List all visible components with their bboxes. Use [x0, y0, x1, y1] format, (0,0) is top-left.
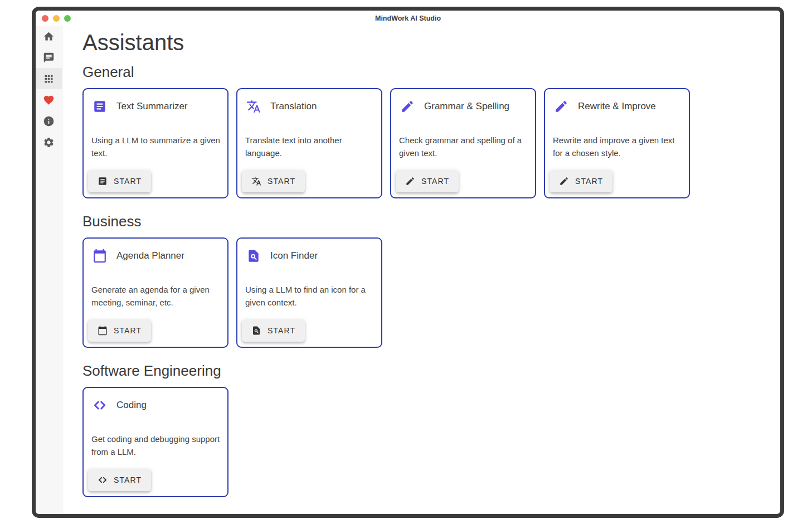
start-coding-button[interactable]: START [88, 469, 151, 491]
card-title: Grammar & Spelling [424, 101, 509, 112]
minimize-window-button[interactable] [53, 15, 60, 22]
assistant-card-text-summarizer: Text Summarizer Using a LLM to summarize… [82, 88, 228, 198]
card-description: Rewrite and improve a given text for a c… [553, 134, 682, 159]
document-search-icon [251, 326, 261, 336]
card-description: Using a LLM to find an icon for a given … [245, 283, 375, 309]
pencil-icon [559, 176, 569, 186]
section-title-software-engineering: Software Engineering [82, 362, 780, 379]
general-cards-row: Text Summarizer Using a LLM to summarize… [82, 88, 780, 198]
apps-grid-icon [43, 73, 55, 85]
start-button-label: START [268, 177, 295, 186]
start-text-summarizer-button[interactable]: START [88, 170, 151, 192]
gear-icon [43, 137, 55, 148]
card-description: Check grammar and spelling of a given te… [399, 134, 528, 159]
translate-icon [246, 99, 261, 114]
sidebar [36, 26, 62, 518]
card-title: Agenda Planner [116, 250, 184, 261]
card-title: Coding [116, 400, 147, 411]
document-search-icon [246, 249, 261, 263]
page-title: Assistants [82, 30, 780, 55]
start-button-label: START [575, 177, 603, 186]
assistant-card-agenda-planner: Agenda Planner Generate an agenda for a … [82, 237, 228, 348]
sidebar-item-settings[interactable] [36, 132, 62, 153]
pencil-icon [554, 99, 568, 114]
heart-icon [43, 94, 55, 106]
info-icon [43, 115, 55, 127]
pencil-icon [405, 176, 415, 186]
assistant-card-translation: Translation Translate text into another … [236, 88, 382, 198]
start-translation-button[interactable]: START [242, 170, 305, 192]
start-grammar-spelling-button[interactable]: START [396, 170, 459, 192]
close-window-button[interactable] [42, 15, 48, 22]
pencil-icon [400, 99, 415, 114]
card-description: Translate text into another language. [245, 134, 375, 159]
title-bar: MindWork AI Studio [36, 11, 780, 26]
home-icon [43, 31, 55, 42]
translate-icon [251, 176, 261, 186]
window-title: MindWork AI Studio [375, 14, 441, 22]
start-button-label: START [114, 475, 142, 484]
assistant-card-grammar-spelling: Grammar & Spelling Check grammar and spe… [390, 88, 536, 198]
start-button-label: START [114, 177, 142, 186]
card-title: Rewrite & Improve [578, 101, 656, 112]
assistant-card-rewrite-improve: Rewrite & Improve Rewrite and improve a … [544, 88, 690, 198]
business-cards-row: Agenda Planner Generate an agenda for a … [82, 237, 780, 348]
start-icon-finder-button[interactable]: START [242, 319, 305, 342]
section-title-general: General [82, 64, 780, 80]
start-rewrite-improve-button[interactable]: START [550, 170, 612, 192]
sidebar-item-about[interactable] [36, 110, 62, 132]
software-engineering-cards-row: Coding Get coding and debugging support … [82, 387, 780, 497]
card-description: Get coding and debugging support from a … [91, 433, 221, 458]
assistant-card-icon-finder: Icon Finder Using a LLM to find an icon … [236, 237, 382, 348]
start-button-label: START [421, 177, 449, 186]
sidebar-item-assistants[interactable] [36, 68, 62, 89]
card-description: Using a LLM to summarize a given text. [91, 134, 221, 159]
main-content: Assistants General Text Summarizer Using… [62, 26, 780, 518]
section-title-business: Business [82, 213, 780, 230]
app-window: MindWork AI Studio Assistants [32, 7, 784, 518]
calendar-icon [93, 249, 107, 263]
sidebar-item-supporters[interactable] [36, 89, 62, 110]
code-icon [98, 475, 108, 485]
chat-icon [43, 52, 55, 64]
start-button-label: START [114, 326, 142, 335]
card-description: Generate an agenda for a given meeting, … [91, 283, 221, 309]
document-icon [98, 176, 108, 186]
card-title: Text Summarizer [116, 101, 188, 112]
card-title: Icon Finder [270, 250, 318, 261]
start-agenda-planner-button[interactable]: START [88, 319, 151, 342]
card-title: Translation [270, 101, 317, 112]
code-icon [93, 398, 107, 412]
window-controls [42, 15, 71, 22]
sidebar-item-home[interactable] [36, 26, 62, 47]
calendar-icon [98, 326, 108, 336]
zoom-window-button[interactable] [64, 15, 71, 22]
sidebar-item-chat[interactable] [36, 47, 62, 68]
assistant-card-coding: Coding Get coding and debugging support … [82, 387, 228, 497]
start-button-label: START [268, 326, 295, 335]
document-icon [93, 99, 107, 114]
